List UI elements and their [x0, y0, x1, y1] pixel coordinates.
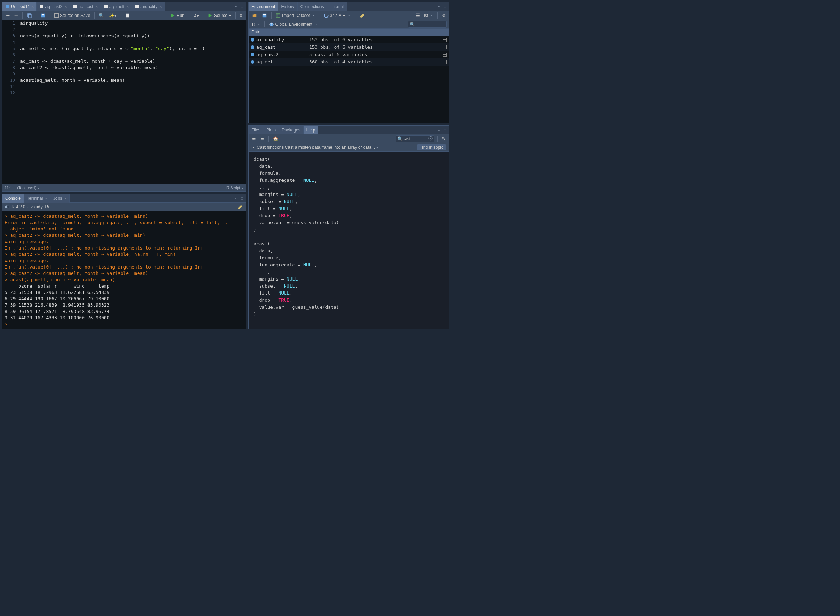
env-data-list: airquality153 obs. of 6 variablesaq_cast…	[249, 36, 449, 66]
refresh-icon[interactable]: ↻	[440, 12, 447, 19]
global-env-selector[interactable]: Global Environment	[268, 21, 319, 28]
home-icon[interactable]: 🏠	[272, 136, 280, 142]
env-tab[interactable]: History	[278, 3, 297, 11]
env-row[interactable]: aq_melt568 obs. of 4 variables	[249, 58, 449, 66]
env-tab[interactable]: Environment	[249, 3, 278, 11]
svg-rect-8	[42, 14, 44, 15]
run-button[interactable]: Run	[169, 12, 186, 19]
help-tabbar: FilesPlotsPackagesHelp▭▢	[249, 126, 449, 134]
source-tabbar: Untitled1*×aq_cast2×aq_cast×aq_melt×airq…	[3, 3, 246, 11]
notebook-icon[interactable]	[124, 12, 131, 19]
source-pane: Untitled1*×aq_cast2×aq_cast×aq_melt×airq…	[2, 2, 246, 192]
env-row[interactable]: airquality153 obs. of 6 variables	[249, 36, 449, 43]
source-tab[interactable]: aq_cast2×	[37, 3, 70, 11]
memory-usage[interactable]: 342 MiB	[322, 12, 352, 19]
help-back-icon[interactable]: ⬅	[251, 136, 257, 142]
rerun-icon[interactable]: ↺▾	[192, 12, 200, 19]
expand-icon[interactable]	[251, 45, 254, 49]
help-forward-icon[interactable]: ➡	[259, 136, 266, 142]
refresh-icon[interactable]: ↻	[440, 136, 447, 142]
r-logo-icon: R	[4, 204, 10, 209]
svg-rect-0	[6, 5, 9, 9]
console-tab[interactable]: Console	[3, 194, 24, 202]
svg-rect-2	[74, 5, 77, 9]
maximize-icon[interactable]: ▢	[443, 4, 447, 9]
svg-rect-4	[135, 5, 138, 9]
source-button[interactable]: Source ▾	[206, 12, 232, 19]
console-tab[interactable]: Jobs×	[50, 194, 70, 202]
svg-rect-1	[40, 5, 43, 9]
console-header: R R 4.2.0 · ~/study_R/	[3, 202, 246, 211]
list-mode[interactable]: ☰ List	[415, 12, 434, 19]
view-table-icon[interactable]	[443, 53, 447, 57]
source-tab[interactable]: airquality×	[132, 3, 165, 11]
console-output[interactable]: > aq_cast2 <- dcast(aq_melt, month ~ var…	[3, 212, 246, 329]
minimize-icon[interactable]: ▭	[437, 4, 442, 9]
svg-point-17	[324, 13, 328, 17]
svg-rect-6	[28, 15, 31, 18]
source-toolbar: ⬅ ➡ Source on Save 🔍 ✨▾ Run ↺▾ Source ▾ …	[3, 11, 246, 20]
minimize-icon[interactable]: ▭	[234, 196, 239, 201]
minimize-icon[interactable]: ▭	[234, 4, 239, 9]
console-tabbar: ConsoleTerminal×Jobs×▭▢	[3, 194, 246, 202]
minimize-icon[interactable]: ▭	[437, 128, 442, 132]
import-dataset-button[interactable]: Import Dataset	[274, 12, 316, 19]
env-search-input[interactable]: 🔍	[408, 21, 447, 28]
maximize-icon[interactable]: ▢	[240, 196, 244, 201]
view-table-icon[interactable]	[443, 38, 447, 42]
help-tab[interactable]: Help	[304, 126, 318, 134]
env-tab[interactable]: Connections	[298, 3, 327, 11]
svg-rect-9	[126, 13, 129, 17]
code-editor[interactable]: airquality names(airquality) <- tolower(…	[20, 20, 246, 96]
find-in-topic[interactable]: Find in Topic	[417, 144, 446, 150]
help-tab[interactable]: Plots	[263, 126, 279, 134]
help-search-input[interactable]: 🔍 castⓧ	[396, 135, 434, 142]
env-row[interactable]: aq_cast153 obs. of 6 variables	[249, 43, 449, 51]
source-on-save-check[interactable]: Source on Save	[53, 12, 91, 19]
view-table-icon[interactable]	[443, 45, 447, 49]
view-table-icon[interactable]	[443, 60, 447, 64]
outline-icon[interactable]: ≡	[238, 12, 244, 19]
svg-rect-14	[277, 13, 280, 17]
r-scope[interactable]: R	[251, 21, 262, 28]
env-scope-bar: R Global Environment 🔍	[249, 20, 449, 29]
back-icon[interactable]: ⬅	[4, 12, 11, 19]
save-icon[interactable]	[39, 12, 47, 19]
show-in-new-icon[interactable]	[25, 12, 33, 19]
save-env-icon[interactable]	[260, 12, 268, 19]
expand-icon[interactable]	[251, 53, 254, 56]
forward-icon[interactable]: ➡	[13, 12, 19, 19]
expand-icon[interactable]	[251, 38, 254, 42]
line-gutter: 123456789101112	[3, 20, 18, 96]
env-row[interactable]: aq_cast25 obs. of 5 variables	[249, 51, 449, 58]
expand-icon[interactable]	[251, 60, 254, 64]
help-tab[interactable]: Packages	[279, 126, 304, 134]
console-pane: ConsoleTerminal×Jobs×▭▢ R R 4.2.0 · ~/st…	[2, 194, 246, 329]
load-icon[interactable]	[251, 12, 259, 19]
broom-icon[interactable]	[358, 12, 366, 19]
clear-console-icon[interactable]	[236, 204, 244, 210]
env-section-header: Data	[249, 29, 449, 36]
help-topic-title[interactable]: R: Cast functions Cast a molten data fra…	[252, 145, 415, 150]
environment-pane: EnvironmentHistoryConnectionsTutorial▭▢ …	[248, 2, 449, 123]
find-icon[interactable]: 🔍	[97, 12, 106, 19]
console-tab[interactable]: Terminal×	[24, 194, 50, 202]
maximize-icon[interactable]: ▢	[240, 4, 244, 9]
env-tab[interactable]: Tutorial	[327, 3, 347, 11]
source-tab[interactable]: aq_melt×	[101, 3, 132, 11]
cursor-pos: 11:1	[4, 186, 12, 190]
svg-rect-13	[263, 14, 266, 15]
maximize-icon[interactable]: ▢	[443, 128, 447, 132]
source-tab[interactable]: aq_cast×	[70, 3, 101, 11]
source-statusbar: 11:1 (Top Level) R Script	[3, 183, 246, 191]
env-tabbar: EnvironmentHistoryConnectionsTutorial▭▢	[249, 3, 449, 11]
file-type[interactable]: R Script	[227, 186, 244, 190]
help-toolbar: ⬅ ➡ 🏠 🔍 castⓧ ↻	[249, 134, 449, 144]
help-breadcrumb: R: Cast functions Cast a molten data fra…	[249, 144, 449, 151]
help-content[interactable]: dcast( data, formula, fun.aggregate = NU…	[249, 152, 449, 329]
source-tab[interactable]: Untitled1*×	[3, 3, 37, 11]
wand-icon[interactable]: ✨▾	[107, 12, 118, 19]
help-tab[interactable]: Files	[249, 126, 263, 134]
help-pane: FilesPlotsPackagesHelp▭▢ ⬅ ➡ 🏠 🔍 castⓧ ↻…	[248, 125, 449, 329]
scope-selector[interactable]: (Top Level)	[17, 186, 40, 190]
